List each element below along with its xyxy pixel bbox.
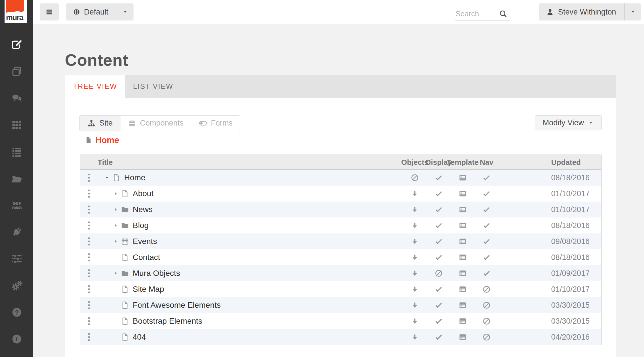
row-updated-date: 09/08/2016 [499, 237, 601, 246]
site-selector-caret-button[interactable] [117, 9, 134, 15]
template-icon[interactable] [458, 253, 467, 262]
breadcrumb-home[interactable]: Home [85, 135, 119, 145]
sidebar-item-comments[interactable] [0, 85, 33, 112]
ban-icon [482, 301, 491, 309]
sidebar-item-copy[interactable] [0, 59, 33, 85]
listbars-icon [128, 119, 136, 128]
sidebar-item-grid[interactable] [0, 112, 33, 139]
caret-down-icon [122, 9, 128, 15]
hamburger-menu-button[interactable] [40, 3, 59, 20]
check-icon [482, 269, 491, 278]
caret-right-icon[interactable] [113, 239, 118, 244]
caret-right-icon[interactable] [113, 223, 118, 228]
row-title-link[interactable]: News [133, 205, 153, 214]
tab-tree-view[interactable]: TREE VIEW [65, 75, 125, 98]
drag-handle-icon[interactable] [87, 221, 91, 230]
row-title-link[interactable]: 404 [133, 333, 146, 342]
file-icon [121, 189, 129, 198]
row-updated-date: 03/30/2015 [499, 317, 601, 326]
user-menu-button[interactable]: Steve Withington [539, 8, 624, 17]
sitemap-icon [87, 119, 96, 128]
template-icon[interactable] [458, 189, 467, 198]
arrow-down-icon [411, 205, 419, 214]
template-icon[interactable] [458, 317, 467, 325]
site-selector: Default [66, 3, 134, 20]
table-row[interactable]: Home 08/18/2016 [80, 170, 601, 186]
site-selector-button[interactable]: Default [66, 8, 117, 17]
caret-right-icon[interactable] [113, 207, 118, 212]
row-title-link[interactable]: About [133, 189, 153, 198]
arrow-down-icon [411, 221, 419, 230]
tree-indent [104, 289, 113, 290]
table-row[interactable]: Bootstrap Elements 03/30/2015 [80, 313, 601, 329]
column-header-updated: Updated [499, 158, 601, 167]
search-icon[interactable] [499, 9, 507, 18]
drag-handle-icon[interactable] [87, 301, 91, 310]
modify-view-button[interactable]: Modify View [535, 115, 602, 130]
table-row[interactable]: Font Awesome Elements 03/30/2015 [80, 297, 601, 313]
content-table: Title Objects Display Template Nav Updat… [80, 155, 602, 345]
template-icon[interactable] [458, 269, 467, 278]
caret-right-icon[interactable] [113, 191, 118, 196]
row-title-link[interactable]: Home [124, 173, 145, 182]
user-menu-caret-button[interactable] [625, 9, 641, 15]
sidebar-item-plug[interactable] [0, 219, 33, 246]
sidebar-item-help[interactable] [0, 299, 33, 326]
drag-handle-icon[interactable] [87, 189, 91, 198]
row-title-link[interactable]: Mura Objects [133, 269, 180, 278]
row-title-link[interactable]: Blog [133, 221, 149, 230]
table-row[interactable]: Contact 08/18/2016 [80, 249, 601, 265]
table-row[interactable]: Mura Objects 01/09/2017 [80, 265, 601, 281]
template-icon[interactable] [458, 285, 467, 294]
drag-handle-icon[interactable] [87, 333, 91, 342]
table-row[interactable]: News 01/10/2017 [80, 202, 601, 218]
sidebar-item-list[interactable] [0, 139, 33, 166]
search-input[interactable] [455, 9, 499, 19]
template-icon[interactable] [458, 237, 467, 246]
check-icon [482, 173, 491, 182]
mura-logo[interactable]: mura [5, 0, 27, 23]
template-icon[interactable] [458, 205, 467, 214]
components-button[interactable]: Components [120, 116, 191, 131]
row-title-link[interactable]: Site Map [133, 285, 164, 294]
drag-handle-icon[interactable] [87, 173, 91, 182]
row-title-link[interactable]: Events [133, 237, 157, 246]
template-icon[interactable] [458, 173, 467, 182]
check-icon [482, 253, 491, 262]
sidebar-item-gears[interactable] [0, 273, 33, 299]
users-icon [11, 199, 23, 212]
drag-handle-icon[interactable] [87, 317, 91, 326]
check-icon [434, 317, 443, 325]
row-title-link[interactable]: Contact [133, 253, 160, 262]
row-title-link[interactable]: Bootstrap Elements [133, 317, 202, 326]
template-icon[interactable] [458, 333, 467, 341]
caret-down-icon[interactable] [104, 175, 110, 180]
tab-list-view[interactable]: LIST VIEW [125, 75, 181, 98]
caret-right-icon[interactable] [113, 270, 118, 276]
caret-down-icon [588, 120, 594, 126]
button-label: Forms [211, 119, 233, 128]
sidebar-item-info[interactable] [0, 326, 33, 353]
sidebar-item-users[interactable] [0, 192, 33, 219]
table-row[interactable]: 404 04/20/2016 [80, 329, 601, 345]
table-row[interactable]: Blog 08/18/2016 [80, 218, 601, 233]
row-title-link[interactable]: Font Awesome Elements [133, 301, 221, 310]
button-label: Site [99, 119, 113, 128]
forms-button[interactable]: Forms [191, 116, 240, 131]
sidebar-item-edit[interactable] [0, 32, 33, 59]
table-row[interactable]: About 01/10/2017 [80, 186, 601, 202]
template-icon[interactable] [458, 301, 467, 309]
tree-indent [104, 273, 113, 274]
sidebar-item-sliders[interactable] [0, 246, 33, 273]
table-row[interactable]: Site Map 01/10/2017 [80, 281, 601, 297]
table-row[interactable]: Events 09/08/2016 [80, 233, 601, 249]
drag-handle-icon[interactable] [87, 237, 91, 246]
drag-handle-icon[interactable] [87, 253, 91, 262]
drag-handle-icon[interactable] [87, 285, 91, 294]
drag-handle-icon[interactable] [87, 205, 91, 214]
template-icon[interactable] [458, 221, 467, 230]
drag-handle-icon[interactable] [87, 269, 91, 278]
site-button[interactable]: Site [80, 116, 120, 131]
sidebar-item-folder-open[interactable] [0, 166, 33, 192]
folder-icon [121, 205, 129, 214]
